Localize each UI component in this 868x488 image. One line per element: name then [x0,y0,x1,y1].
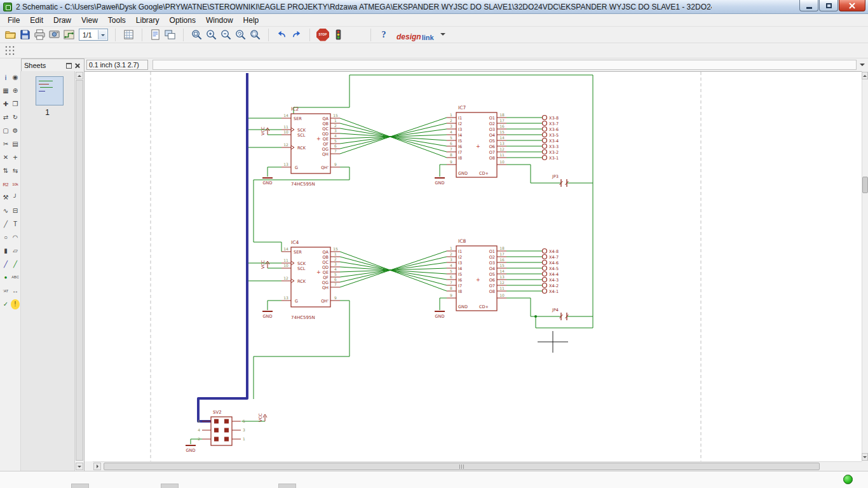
zoom-select-button[interactable] [248,28,262,41]
sheet-thumbnail[interactable] [36,76,64,105]
connector-pad-x3-6[interactable]: X3-6 [543,127,559,132]
gnd-symbol[interactable]: GND [435,311,445,319]
component-ic2[interactable]: IC274HC595N+14SER11SCK10SCL12RCK13G15QA1… [281,106,340,187]
vertical-scrollbar[interactable] [862,71,868,461]
tool-gateswap[interactable]: ⇆ [11,166,20,176]
save-button[interactable] [18,28,32,41]
component-ic8[interactable]: IC8+1I118O12I217O23I316O34I415O45I514O56… [447,238,506,311]
schematic-drawing[interactable]: IC274HC595N+14SER11SCK10SCL12RCK13G15QA1… [85,72,862,462]
menu-draw[interactable]: Draw [48,15,76,26]
undo-button[interactable] [275,28,288,41]
vcc-symbol[interactable]: VCC [261,126,269,135]
connector-pad-x4-2[interactable]: X4-2 [543,283,559,288]
jumper-jp3[interactable]: JP3 [552,174,568,187]
net-wires[interactable] [191,75,593,444]
connector-pad-x3-7[interactable]: X3-7 [543,121,559,126]
zoom-redraw-button[interactable] [234,28,247,41]
connector-pad-x4-7[interactable]: X4-7 [543,255,559,260]
switch-to-board-button[interactable] [62,28,76,41]
command-history-dropdown[interactable] [858,60,867,69]
close-panel-icon[interactable] [74,62,81,69]
horizontal-scrollbar[interactable] [93,461,862,471]
tool-junction[interactable]: ● [1,273,10,283]
scroll-up-icon[interactable] [862,72,868,79]
tool-value[interactable]: 10k [11,179,20,189]
component-ic4[interactable]: IC474HC595N+14SER11SCK10SCL12RCK13G15QA1… [281,240,340,320]
tool-info[interactable]: i [1,72,10,83]
scroll-down-icon[interactable] [76,463,83,470]
tool-invoke[interactable]: ⊟ [11,206,20,216]
menu-edit[interactable]: Edit [25,15,48,26]
tool-text[interactable]: T [11,219,20,229]
sheet-number-label[interactable]: 1 [21,108,74,117]
print-button[interactable] [33,28,46,41]
menu-window[interactable]: Window [201,15,238,26]
tool-errors[interactable]: ! [11,299,20,309]
scrollbar-thumb[interactable] [862,177,868,193]
tool-name[interactable]: R2 [1,179,10,189]
tool-pinswap[interactable]: ⇅ [1,166,10,176]
connector-pad-x3-3[interactable]: X3-3 [543,144,559,149]
window-button[interactable] [163,28,177,41]
cam-button[interactable] [48,28,61,41]
tool-net[interactable]: ╱ [11,259,20,269]
open-button[interactable] [4,28,17,41]
update-indicator[interactable] [843,475,853,484]
menu-options[interactable]: Options [165,15,201,26]
tool-paste[interactable]: ▤ [11,139,20,149]
tool-mirror[interactable]: ⇄ [1,112,10,123]
menu-view[interactable]: View [76,15,103,26]
connector-pad-x3-2[interactable]: X3-2 [543,150,559,155]
menu-help[interactable]: Help [238,15,264,26]
tool-change[interactable]: ⚙ [11,126,20,136]
tool-miter[interactable]: ╯ [11,193,20,203]
tool-circle[interactable]: ○ [1,233,10,243]
scroll-up-icon[interactable] [76,72,83,79]
command-line-input[interactable] [153,60,857,70]
tool-delete[interactable]: ✕ [1,152,10,163]
sheets-tab[interactable]: Sheets [21,58,85,71]
scroll-down-icon[interactable] [862,453,868,461]
schematic-canvas[interactable]: IC274HC595N+14SER11SCK10SCL12RCK13G15QA1… [85,71,862,461]
connector-pad-x4-4[interactable]: X4-4 [543,272,559,277]
connector-pad-x4-5[interactable]: X4-5 [543,266,559,271]
zoom-fit-button[interactable] [190,28,203,41]
help-button[interactable]: ? [377,29,390,41]
connector-pad-x3-8[interactable]: X3-8 [543,116,559,121]
tool-attribute[interactable]: 'AT [1,286,10,296]
script-button[interactable] [149,28,162,41]
component-sv2[interactable]: SV2642531 [198,410,245,445]
maximize-button[interactable] [819,0,838,11]
vcc-symbol[interactable]: VCC [258,413,267,422]
use-library-button[interactable] [122,28,135,41]
menu-tools[interactable]: Tools [103,15,131,26]
tool-add-part[interactable]: + [11,152,20,163]
gnd-symbol[interactable]: GND [262,178,273,186]
zoom-in-button[interactable] [205,28,218,41]
grid-button[interactable] [3,44,17,57]
bus-wire[interactable] [198,73,247,421]
connector-pad-x4-3[interactable]: X4-3 [543,278,559,283]
scroll-right-icon[interactable] [93,463,101,470]
connector-pad-x3-5[interactable]: X3-5 [543,133,559,138]
tool-show[interactable]: ◉ [11,72,20,83]
gnd-symbol[interactable]: GND [186,445,196,453]
connector-pad-x4-8[interactable]: X4-8 [543,249,559,254]
connector-pad-x3-1[interactable]: X3-1 [543,156,559,161]
scrollbar-thumb[interactable] [104,463,820,470]
sheet-selector[interactable]: 1/1 [79,29,108,41]
tool-group[interactable]: ▢ [1,126,10,136]
tool-mark[interactable]: ⊕ [11,86,20,96]
tool-move[interactable]: ✚ [1,99,10,109]
redo-button[interactable] [290,28,303,41]
tool-rotate[interactable]: ↻ [11,112,20,123]
tool-erc[interactable]: ✓ [1,299,10,309]
close-button[interactable] [839,0,865,11]
tool-label[interactable]: ABC [11,273,20,283]
designlink-button[interactable]: design link [397,29,447,41]
tool-cut[interactable]: ✂ [1,139,10,149]
tool-rect[interactable]: ▮ [1,246,10,256]
gnd-symbol[interactable]: GND [262,311,273,319]
gnd-symbol[interactable]: GND [435,178,445,186]
tool-copy[interactable]: ❐ [11,99,20,109]
